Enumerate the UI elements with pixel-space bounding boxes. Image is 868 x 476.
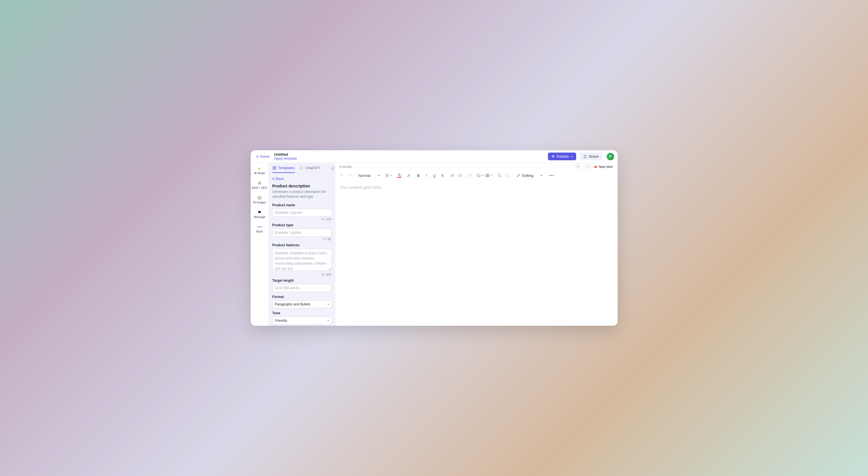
add-collaborator-button[interactable] — [575, 164, 581, 170]
svg-point-21 — [551, 175, 552, 176]
chevron-down-icon: ▾ — [328, 303, 329, 306]
user-plus-icon — [576, 165, 580, 169]
share-button[interactable]: Share — [580, 153, 602, 160]
svg-point-5 — [261, 226, 261, 227]
table-button[interactable] — [486, 172, 493, 179]
nav-rail: AI Writer Brief + SEO AI Images Message — [251, 163, 269, 326]
svg-rect-9 — [274, 168, 276, 170]
product-type-label: Product type — [272, 223, 332, 227]
nav-label: More — [256, 230, 263, 233]
product-name-counter: 0 / 100 — [272, 217, 332, 221]
collapse-panel-button[interactable] — [331, 166, 335, 171]
editor-placeholder: Your content goes here … — [340, 185, 386, 190]
underline-button[interactable]: U — [431, 172, 438, 179]
avatar[interactable]: P — [607, 153, 614, 160]
document-title[interactable]: Untitled — [274, 152, 297, 157]
panel-title: Product description — [272, 184, 332, 188]
pencil-icon — [517, 173, 521, 177]
svg-rect-7 — [274, 166, 276, 168]
format-select[interactable]: Paragraphs and Bullets ▾ — [272, 300, 332, 308]
product-type-input[interactable] — [272, 229, 332, 237]
svg-rect-6 — [273, 166, 274, 168]
field-format: Format Paragraphs and Bullets ▾ — [272, 295, 332, 308]
product-type-counter: 0 / 80 — [272, 237, 332, 241]
apply-template-link[interactable]: Apply template — [274, 156, 297, 160]
product-name-label: Product name — [272, 203, 332, 207]
back-link[interactable]: Back — [272, 177, 332, 181]
bullet-list-button[interactable] — [449, 172, 456, 179]
nav-more[interactable]: More — [251, 224, 268, 235]
nav-ai-writer[interactable]: AI Writer — [251, 165, 268, 176]
more-options-button[interactable] — [548, 172, 555, 179]
toolbar: Normal A B I U S — [335, 171, 618, 180]
product-features-input[interactable] — [272, 248, 332, 271]
text-color-button[interactable]: A — [397, 173, 402, 178]
share-icon — [583, 155, 587, 158]
undo-button[interactable] — [339, 172, 345, 179]
svg-point-22 — [553, 175, 554, 176]
svg-point-19 — [507, 175, 508, 175]
chevron-down-icon — [377, 174, 380, 177]
nav-label: Brief + SEO — [252, 186, 267, 190]
avatar-initial: P — [609, 155, 611, 158]
redo-button[interactable] — [347, 172, 353, 179]
nav-message[interactable]: Message — [251, 209, 268, 220]
product-name-input[interactable] — [272, 209, 332, 216]
editor-canvas[interactable]: Your content goes here … — [335, 180, 618, 326]
svg-rect-15 — [477, 174, 480, 177]
tone-select[interactable]: Friendly ▾ — [272, 317, 332, 325]
nav-brief-seo[interactable]: Brief + SEO — [251, 180, 268, 191]
header-bar: Home Untitled Apply template Publish Sha… — [251, 150, 618, 163]
format-value: Paragraphs and Bullets — [275, 302, 311, 306]
emoji-button[interactable] — [504, 172, 510, 179]
title-group: Untitled Apply template — [274, 152, 297, 161]
svg-point-17 — [505, 174, 508, 177]
tag-icon — [586, 165, 590, 169]
text-color-icon: A — [398, 173, 400, 177]
target-icon — [257, 181, 262, 185]
body: AI Writer Brief + SEO AI Images Message — [251, 163, 618, 326]
templates-icon — [272, 166, 276, 170]
home-link[interactable]: Home — [254, 153, 272, 160]
svg-point-0 — [258, 182, 261, 184]
send-icon — [551, 155, 555, 158]
svg-point-10 — [577, 166, 578, 167]
status-chip[interactable]: New item — [594, 165, 613, 169]
bold-button[interactable]: B — [415, 172, 422, 179]
numbered-list-button[interactable] — [457, 172, 463, 179]
field-product-features: Product features 0 / 900 — [272, 243, 332, 276]
image-icon — [476, 173, 480, 177]
info-bar: 0 words New item — [335, 163, 618, 171]
editing-mode-select[interactable]: Editing — [515, 173, 545, 178]
align-button[interactable] — [385, 172, 393, 179]
svg-point-11 — [587, 166, 588, 167]
emoji-icon — [505, 173, 509, 177]
chevron-down-icon — [570, 155, 574, 158]
target-length-label: Target length — [272, 278, 332, 282]
nav-ai-images[interactable]: AI Images — [251, 194, 268, 205]
publish-button[interactable]: Publish — [548, 153, 576, 160]
target-length-input[interactable] — [272, 284, 332, 292]
svg-point-20 — [549, 175, 550, 176]
strikethrough-button[interactable]: S — [439, 172, 446, 179]
redo-icon — [348, 173, 352, 177]
editing-mode-label: Editing — [522, 173, 534, 178]
block-style-select[interactable]: Normal — [358, 173, 381, 178]
word-count: 0 words — [340, 165, 352, 169]
side-panel: Templates ChatGPT Back Product descripti… — [269, 163, 335, 326]
tab-templates[interactable]: Templates — [272, 166, 295, 173]
product-features-label: Product features — [272, 243, 332, 247]
clear-format-button[interactable] — [496, 172, 502, 179]
tab-chatgpt[interactable]: ChatGPT — [300, 166, 321, 173]
link-button[interactable] — [467, 172, 473, 179]
image-button[interactable] — [476, 172, 484, 179]
link-icon — [468, 173, 472, 177]
tone-label: Tone — [272, 311, 332, 315]
tone-value: Friendly — [275, 319, 287, 323]
publish-label: Publish — [557, 154, 569, 158]
italic-button[interactable]: I — [424, 172, 430, 179]
highlight-icon — [407, 173, 411, 177]
highlight-button[interactable] — [406, 172, 412, 179]
add-tag-button[interactable] — [585, 164, 591, 170]
nav-label: AI Writer — [254, 172, 265, 175]
